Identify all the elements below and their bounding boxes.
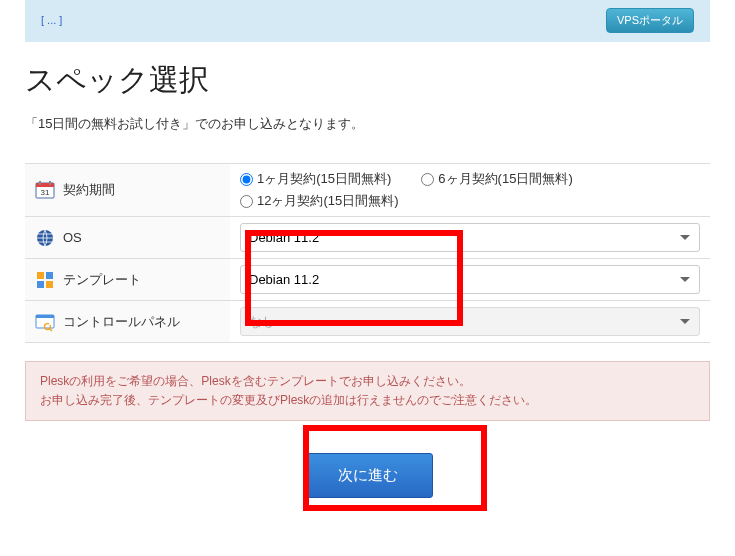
svg-rect-6 bbox=[37, 272, 44, 279]
svg-rect-1 bbox=[36, 183, 54, 187]
top-banner: [ ... ] VPSポータル bbox=[25, 0, 710, 42]
radio-12month[interactable] bbox=[240, 195, 253, 208]
svg-rect-11 bbox=[36, 315, 54, 318]
warning-line-1: Pleskの利用をご希望の場合、Pleskを含むテンプレートでお申し込みください… bbox=[40, 372, 695, 391]
template-label: テンプレート bbox=[63, 271, 141, 289]
control-panel-icon bbox=[35, 312, 55, 332]
plesk-warning: Pleskの利用をご希望の場合、Pleskを含むテンプレートでお申し込みください… bbox=[25, 361, 710, 421]
period-radios: 1ヶ月契約(15日間無料) 6ヶ月契約(15日間無料) 12ヶ月契約(15日間無… bbox=[240, 170, 700, 210]
row-cpanel: コントロールパネル なし bbox=[25, 301, 710, 343]
svg-rect-7 bbox=[46, 272, 53, 279]
os-label: OS bbox=[63, 230, 82, 245]
svg-rect-9 bbox=[46, 281, 53, 288]
template-select[interactable]: Debian 11.2 bbox=[240, 265, 700, 294]
period-label: 契約期間 bbox=[63, 181, 115, 199]
cpanel-label: コントロールパネル bbox=[63, 313, 180, 331]
svg-rect-3 bbox=[49, 181, 51, 185]
vps-portal-button[interactable]: VPSポータル bbox=[606, 8, 694, 33]
period-option-0[interactable]: 1ヶ月契約(15日間無料) bbox=[240, 170, 391, 188]
warning-line-2: お申し込み完了後、テンプレートの変更及びPleskの追加は行えませんのでご注意く… bbox=[40, 391, 695, 410]
os-select-wrap: Debian 11.2 bbox=[240, 223, 700, 252]
os-select[interactable]: Debian 11.2 bbox=[240, 223, 700, 252]
spec-table: 31 契約期間 1ヶ月契約(15日間無料) 6ヶ月契約(15日間無料) 12ヶ月… bbox=[25, 163, 710, 343]
page-title: スペック選択 bbox=[25, 60, 710, 101]
template-select-wrap: Debian 11.2 bbox=[240, 265, 700, 294]
period-option-1[interactable]: 6ヶ月契約(15日間無料) bbox=[421, 170, 572, 188]
radio-6month[interactable] bbox=[421, 173, 434, 186]
row-template: テンプレート Debian 11.2 bbox=[25, 259, 710, 301]
row-period: 31 契約期間 1ヶ月契約(15日間無料) 6ヶ月契約(15日間無料) 12ヶ月… bbox=[25, 164, 710, 217]
cpanel-select: なし bbox=[240, 307, 700, 336]
svg-rect-2 bbox=[39, 181, 41, 185]
calendar-icon: 31 bbox=[35, 180, 55, 200]
cpanel-select-wrap: なし bbox=[240, 307, 700, 336]
globe-icon bbox=[35, 228, 55, 248]
template-icon bbox=[35, 270, 55, 290]
svg-text:31: 31 bbox=[41, 188, 50, 197]
radio-1month[interactable] bbox=[240, 173, 253, 186]
period-option-2[interactable]: 12ヶ月契約(15日間無料) bbox=[240, 192, 399, 210]
svg-rect-8 bbox=[37, 281, 44, 288]
row-os: OS Debian 11.2 bbox=[25, 217, 710, 259]
action-wrap: 次に進む bbox=[0, 453, 735, 498]
page-subtitle: 「15日間の無料お試し付き」でのお申し込みとなります。 bbox=[25, 115, 710, 133]
banner-link[interactable]: [ ... ] bbox=[41, 14, 62, 26]
next-button[interactable]: 次に進む bbox=[303, 453, 433, 498]
